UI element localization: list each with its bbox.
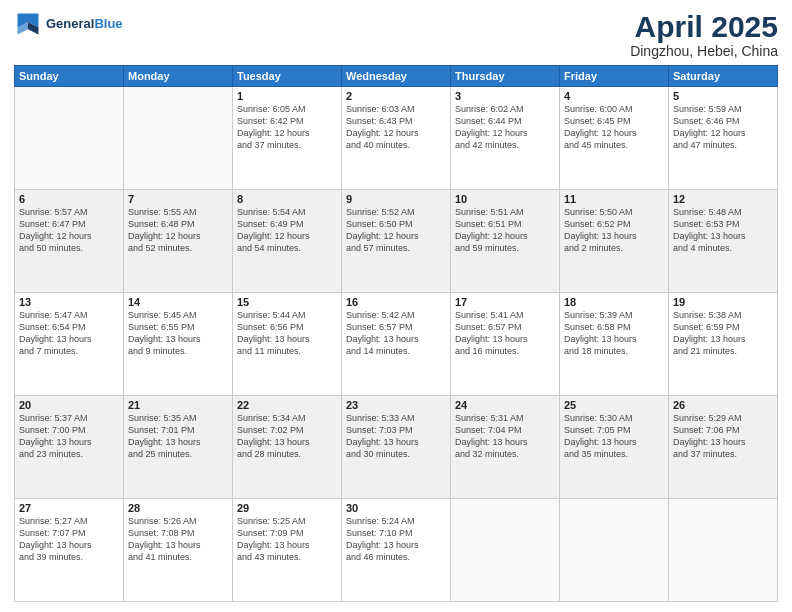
day-number: 14	[128, 296, 228, 308]
table-row	[124, 87, 233, 190]
day-number: 20	[19, 399, 119, 411]
day-number: 13	[19, 296, 119, 308]
day-detail: Sunrise: 6:03 AM Sunset: 6:43 PM Dayligh…	[346, 103, 446, 152]
day-detail: Sunrise: 5:29 AM Sunset: 7:06 PM Dayligh…	[673, 412, 773, 461]
day-number: 23	[346, 399, 446, 411]
logo-icon	[14, 10, 42, 38]
day-number: 22	[237, 399, 337, 411]
header: GeneralBlue April 2025 Dingzhou, Hebei, …	[14, 10, 778, 59]
table-row: 4Sunrise: 6:00 AM Sunset: 6:45 PM Daylig…	[560, 87, 669, 190]
day-number: 12	[673, 193, 773, 205]
page: GeneralBlue April 2025 Dingzhou, Hebei, …	[0, 0, 792, 612]
header-thursday: Thursday	[451, 66, 560, 87]
day-detail: Sunrise: 5:26 AM Sunset: 7:08 PM Dayligh…	[128, 515, 228, 564]
table-row: 14Sunrise: 5:45 AM Sunset: 6:55 PM Dayli…	[124, 293, 233, 396]
table-row: 3Sunrise: 6:02 AM Sunset: 6:44 PM Daylig…	[451, 87, 560, 190]
day-number: 11	[564, 193, 664, 205]
table-row: 10Sunrise: 5:51 AM Sunset: 6:51 PM Dayli…	[451, 190, 560, 293]
logo-line2: Blue	[94, 16, 122, 31]
day-number: 1	[237, 90, 337, 102]
table-row: 23Sunrise: 5:33 AM Sunset: 7:03 PM Dayli…	[342, 396, 451, 499]
table-row: 26Sunrise: 5:29 AM Sunset: 7:06 PM Dayli…	[669, 396, 778, 499]
table-row: 12Sunrise: 5:48 AM Sunset: 6:53 PM Dayli…	[669, 190, 778, 293]
title-location: Dingzhou, Hebei, China	[630, 43, 778, 59]
day-number: 7	[128, 193, 228, 205]
day-number: 15	[237, 296, 337, 308]
day-number: 29	[237, 502, 337, 514]
table-row: 9Sunrise: 5:52 AM Sunset: 6:50 PM Daylig…	[342, 190, 451, 293]
day-detail: Sunrise: 6:00 AM Sunset: 6:45 PM Dayligh…	[564, 103, 664, 152]
table-row	[451, 499, 560, 602]
table-row	[15, 87, 124, 190]
day-detail: Sunrise: 5:57 AM Sunset: 6:47 PM Dayligh…	[19, 206, 119, 255]
day-detail: Sunrise: 5:33 AM Sunset: 7:03 PM Dayligh…	[346, 412, 446, 461]
table-row: 21Sunrise: 5:35 AM Sunset: 7:01 PM Dayli…	[124, 396, 233, 499]
day-number: 10	[455, 193, 555, 205]
calendar-table: Sunday Monday Tuesday Wednesday Thursday…	[14, 65, 778, 602]
day-number: 16	[346, 296, 446, 308]
day-detail: Sunrise: 5:39 AM Sunset: 6:58 PM Dayligh…	[564, 309, 664, 358]
table-row: 8Sunrise: 5:54 AM Sunset: 6:49 PM Daylig…	[233, 190, 342, 293]
day-number: 4	[564, 90, 664, 102]
day-number: 27	[19, 502, 119, 514]
table-row: 25Sunrise: 5:30 AM Sunset: 7:05 PM Dayli…	[560, 396, 669, 499]
table-row: 6Sunrise: 5:57 AM Sunset: 6:47 PM Daylig…	[15, 190, 124, 293]
table-row: 16Sunrise: 5:42 AM Sunset: 6:57 PM Dayli…	[342, 293, 451, 396]
table-row: 19Sunrise: 5:38 AM Sunset: 6:59 PM Dayli…	[669, 293, 778, 396]
table-row: 22Sunrise: 5:34 AM Sunset: 7:02 PM Dayli…	[233, 396, 342, 499]
day-detail: Sunrise: 5:51 AM Sunset: 6:51 PM Dayligh…	[455, 206, 555, 255]
calendar-week-row: 6Sunrise: 5:57 AM Sunset: 6:47 PM Daylig…	[15, 190, 778, 293]
table-row: 5Sunrise: 5:59 AM Sunset: 6:46 PM Daylig…	[669, 87, 778, 190]
table-row	[560, 499, 669, 602]
day-detail: Sunrise: 5:35 AM Sunset: 7:01 PM Dayligh…	[128, 412, 228, 461]
day-number: 18	[564, 296, 664, 308]
title-block: April 2025 Dingzhou, Hebei, China	[630, 10, 778, 59]
header-sunday: Sunday	[15, 66, 124, 87]
table-row: 13Sunrise: 5:47 AM Sunset: 6:54 PM Dayli…	[15, 293, 124, 396]
day-detail: Sunrise: 5:41 AM Sunset: 6:57 PM Dayligh…	[455, 309, 555, 358]
day-detail: Sunrise: 5:24 AM Sunset: 7:10 PM Dayligh…	[346, 515, 446, 564]
day-number: 30	[346, 502, 446, 514]
day-detail: Sunrise: 5:52 AM Sunset: 6:50 PM Dayligh…	[346, 206, 446, 255]
day-number: 17	[455, 296, 555, 308]
table-row	[669, 499, 778, 602]
day-detail: Sunrise: 5:55 AM Sunset: 6:48 PM Dayligh…	[128, 206, 228, 255]
table-row: 11Sunrise: 5:50 AM Sunset: 6:52 PM Dayli…	[560, 190, 669, 293]
table-row: 20Sunrise: 5:37 AM Sunset: 7:00 PM Dayli…	[15, 396, 124, 499]
table-row: 15Sunrise: 5:44 AM Sunset: 6:56 PM Dayli…	[233, 293, 342, 396]
calendar-week-row: 20Sunrise: 5:37 AM Sunset: 7:00 PM Dayli…	[15, 396, 778, 499]
logo: GeneralBlue	[14, 10, 123, 38]
header-saturday: Saturday	[669, 66, 778, 87]
day-detail: Sunrise: 5:30 AM Sunset: 7:05 PM Dayligh…	[564, 412, 664, 461]
header-monday: Monday	[124, 66, 233, 87]
header-wednesday: Wednesday	[342, 66, 451, 87]
day-number: 26	[673, 399, 773, 411]
day-number: 6	[19, 193, 119, 205]
day-detail: Sunrise: 5:27 AM Sunset: 7:07 PM Dayligh…	[19, 515, 119, 564]
day-detail: Sunrise: 5:44 AM Sunset: 6:56 PM Dayligh…	[237, 309, 337, 358]
day-detail: Sunrise: 6:02 AM Sunset: 6:44 PM Dayligh…	[455, 103, 555, 152]
day-detail: Sunrise: 5:37 AM Sunset: 7:00 PM Dayligh…	[19, 412, 119, 461]
header-friday: Friday	[560, 66, 669, 87]
day-number: 19	[673, 296, 773, 308]
table-row: 2Sunrise: 6:03 AM Sunset: 6:43 PM Daylig…	[342, 87, 451, 190]
logo-text: GeneralBlue	[46, 16, 123, 32]
title-month: April 2025	[630, 10, 778, 43]
table-row: 18Sunrise: 5:39 AM Sunset: 6:58 PM Dayli…	[560, 293, 669, 396]
table-row: 1Sunrise: 6:05 AM Sunset: 6:42 PM Daylig…	[233, 87, 342, 190]
table-row: 30Sunrise: 5:24 AM Sunset: 7:10 PM Dayli…	[342, 499, 451, 602]
day-detail: Sunrise: 5:45 AM Sunset: 6:55 PM Dayligh…	[128, 309, 228, 358]
table-row: 27Sunrise: 5:27 AM Sunset: 7:07 PM Dayli…	[15, 499, 124, 602]
header-tuesday: Tuesday	[233, 66, 342, 87]
table-row: 24Sunrise: 5:31 AM Sunset: 7:04 PM Dayli…	[451, 396, 560, 499]
day-detail: Sunrise: 5:50 AM Sunset: 6:52 PM Dayligh…	[564, 206, 664, 255]
calendar-week-row: 13Sunrise: 5:47 AM Sunset: 6:54 PM Dayli…	[15, 293, 778, 396]
day-detail: Sunrise: 5:25 AM Sunset: 7:09 PM Dayligh…	[237, 515, 337, 564]
table-row: 28Sunrise: 5:26 AM Sunset: 7:08 PM Dayli…	[124, 499, 233, 602]
day-number: 24	[455, 399, 555, 411]
day-detail: Sunrise: 5:34 AM Sunset: 7:02 PM Dayligh…	[237, 412, 337, 461]
day-detail: Sunrise: 5:59 AM Sunset: 6:46 PM Dayligh…	[673, 103, 773, 152]
day-number: 8	[237, 193, 337, 205]
table-row: 7Sunrise: 5:55 AM Sunset: 6:48 PM Daylig…	[124, 190, 233, 293]
day-number: 25	[564, 399, 664, 411]
